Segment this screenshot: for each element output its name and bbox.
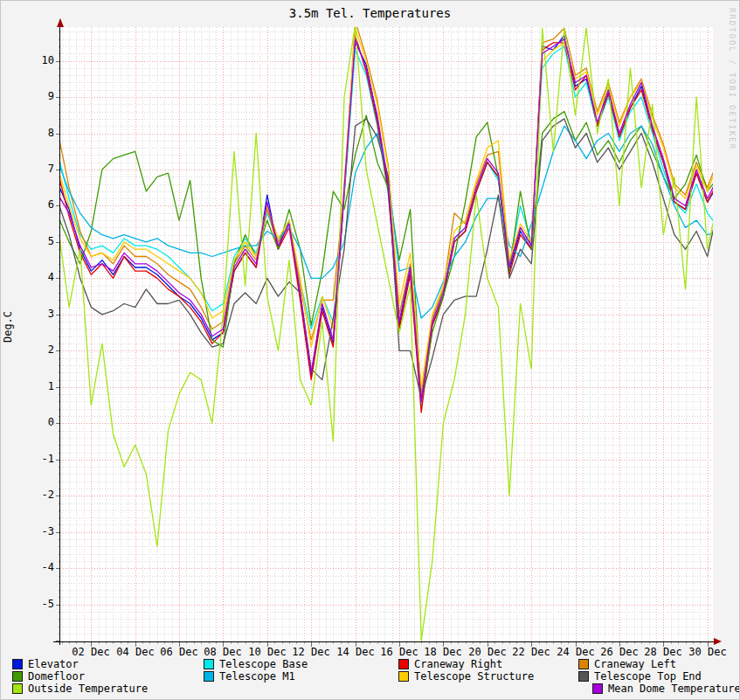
graph-title: 3.5m Tel. Temperatures: [1, 6, 739, 20]
x-tick-label: 30 Dec: [685, 647, 730, 658]
x-tick-label: 14 Dec: [333, 647, 378, 658]
legend-item-domefloor: Domefloor: [12, 671, 85, 682]
legend-item-craneway-left: Craneway Left: [578, 659, 676, 669]
legend-label-telescope-top-end: Telescope Top End: [594, 670, 702, 683]
y-tick-label: 4: [19, 272, 54, 283]
y-tick-label: 6: [19, 199, 54, 211]
legend-item-mean-dome-temperature: Mean Dome Temperature: [592, 683, 740, 694]
legend-item-telescope-structure: Telescope Structure: [398, 671, 534, 682]
legend-label-telescope-structure: Telescope Structure: [414, 670, 534, 683]
legend-swatch-telescope-top-end: [578, 671, 589, 682]
x-tick-label: 28 Dec: [640, 647, 686, 658]
legend-label-outside-temperature: Outside Temperature: [28, 683, 148, 695]
legend-swatch-craneway-right: [398, 659, 409, 669]
y-tick-label: 2: [19, 344, 54, 356]
x-axis-arrow: [714, 638, 722, 645]
legend-label-telescope-base: Telescope Base: [219, 658, 308, 670]
legend-item-outside-temperature: Outside Temperature: [12, 683, 148, 694]
x-tick-label: 18 Dec: [420, 647, 466, 658]
y-tick-label: -3: [19, 526, 54, 537]
legend-swatch-craneway-left: [578, 659, 589, 669]
legend-item-telescope-m1: Telescope M1: [204, 671, 295, 682]
x-tick-label: 06 Dec: [156, 647, 202, 658]
legend-swatch-outside-temperature: [12, 683, 23, 694]
x-tick-label: 08 Dec: [200, 647, 246, 658]
y-tick-label: -1: [19, 454, 54, 465]
x-tick-label: 26 Dec: [597, 647, 642, 658]
legend-swatch-telescope-base: [204, 659, 214, 669]
legend-swatch-telescope-structure: [398, 671, 409, 682]
y-tick-label: -4: [19, 562, 54, 573]
legend-swatch-mean-dome-temperature: [592, 683, 603, 694]
legend-item-elevator: Elevator: [12, 659, 79, 669]
legend-label-elevator: Elevator: [28, 658, 79, 670]
y-tick-label: 0: [19, 417, 54, 428]
x-tick-label: 12 Dec: [288, 647, 334, 658]
y-tick-label: 3: [19, 308, 54, 320]
rrdtool-temperature-graph: 3.5m Tel. Temperatures Deg.C RRDTOOL / T…: [0, 0, 740, 700]
x-tick-label: 04 Dec: [113, 647, 158, 658]
legend-swatch-domefloor: [12, 671, 23, 682]
x-tick-label: 22 Dec: [508, 647, 554, 658]
legend-label-telescope-m1: Telescope M1: [219, 670, 295, 683]
chart-plot: [1, 1, 740, 700]
x-tick-label: 16 Dec: [377, 647, 422, 658]
x-tick-label: 10 Dec: [245, 647, 290, 658]
x-tick-label: 02 Dec: [68, 647, 114, 658]
y-tick-label: 10: [19, 55, 54, 66]
y-tick-label: -5: [19, 599, 54, 610]
x-tick-label: 20 Dec: [465, 647, 510, 658]
legend-item-telescope-base: Telescope Base: [204, 659, 308, 669]
y-tick-label: 5: [19, 236, 54, 247]
y-tick-label: 1: [19, 381, 54, 392]
y-tick-label: 7: [19, 163, 54, 175]
rrdtool-watermark: RRDTOOL / TOBI OETIKER: [728, 8, 737, 150]
legend-swatch-telescope-m1: [204, 671, 214, 682]
legend-item-telescope-top-end: Telescope Top End: [578, 671, 702, 682]
legend-label-craneway-left: Craneway Left: [594, 658, 676, 670]
x-tick-label: 24 Dec: [553, 647, 598, 658]
legend-label-domefloor: Domefloor: [28, 670, 85, 683]
y-tick-label: -2: [19, 489, 54, 501]
legend-label-mean-dome-temperature: Mean Dome Temperature: [608, 683, 740, 695]
y-tick-label: 9: [19, 91, 54, 102]
legend-label-craneway-right: Craneway Right: [414, 658, 502, 670]
y-tick-label: 8: [19, 128, 54, 139]
y-axis-label: Deg.C: [2, 302, 14, 351]
legend-swatch-elevator: [12, 659, 23, 669]
legend-item-craneway-right: Craneway Right: [398, 659, 502, 669]
